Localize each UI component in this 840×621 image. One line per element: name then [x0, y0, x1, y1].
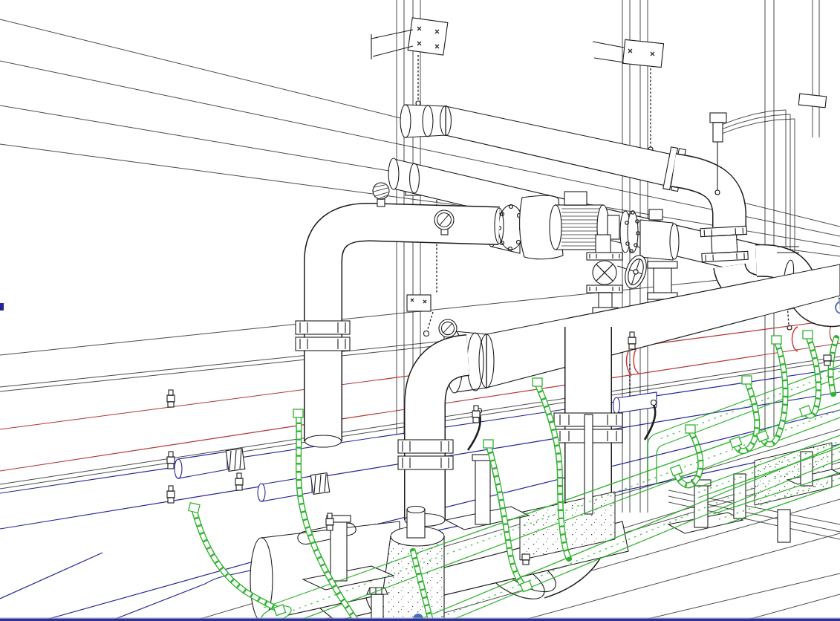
blue-pipe-segment[interactable] — [175, 449, 245, 478]
wall-bracket — [371, 18, 448, 105]
pump-assembly[interactable] — [487, 192, 679, 299]
wall-bracket — [593, 39, 664, 152]
blue-pipe-segment[interactable] — [258, 473, 330, 501]
motor-junction-box — [564, 192, 587, 205]
pipe-run-1[interactable] — [446, 106, 672, 187]
coupling-flange — [620, 211, 639, 253]
left-edge-mark — [0, 303, 4, 310]
piping-drawing — [0, 0, 840, 621]
cad-viewport[interactable] — [0, 0, 840, 621]
blue-pipe-segment[interactable] — [613, 392, 657, 414]
left-riser[interactable] — [296, 183, 504, 447]
green-flex-hose[interactable] — [831, 338, 836, 394]
